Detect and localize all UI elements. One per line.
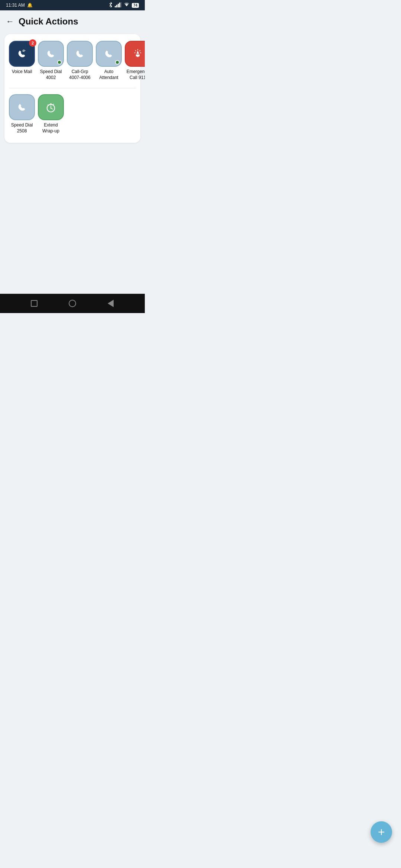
emergency-icon-wrapper: [125, 41, 145, 67]
speeddial-4002-icon-wrapper: [38, 41, 64, 67]
autoattendant-phone-icon: [102, 47, 115, 60]
autoattendant-icon-wrapper: [96, 41, 122, 67]
status-right: 74: [108, 2, 139, 9]
actions-card: 2 Voice Mail Speed Dial4002: [4, 34, 140, 143]
back-button[interactable]: ←: [6, 17, 14, 26]
voicemail-label: Voice Mail: [12, 69, 32, 75]
page-title: Quick Actions: [19, 16, 78, 27]
action-item-extendwrapup[interactable]: ExtendWrap-up: [38, 94, 64, 134]
alarm-icon: 🔔: [27, 3, 33, 8]
svg-rect-6: [137, 56, 138, 57]
voicemail-badge: 2: [29, 39, 36, 47]
nav-recent-icon: [31, 300, 38, 307]
row-divider: [9, 88, 136, 88]
action-item-speeddial-2508[interactable]: Speed Dial2508: [9, 94, 35, 134]
nav-recent-button[interactable]: [30, 299, 39, 308]
extendwrapup-icon-wrapper: [38, 94, 64, 120]
android-nav-bar: [0, 294, 145, 313]
action-item-autoattendant[interactable]: AutoAttendant: [96, 41, 122, 80]
content-area: 2 Voice Mail Speed Dial4002: [0, 31, 145, 294]
emergency-label: Emergency Call 911: [125, 69, 145, 80]
speeddial-2508-phone-icon: [16, 101, 28, 114]
signal-icon: [115, 2, 121, 9]
callgrp-phone-icon: [74, 47, 86, 60]
nav-home-icon: [69, 300, 76, 307]
speeddial-4002-online-dot: [57, 60, 62, 65]
voicemail-icon-wrapper: 2: [9, 41, 35, 67]
callgrp-icon-wrapper: [67, 41, 93, 67]
svg-rect-3: [119, 3, 120, 7]
time-label: 11:31 AM: [6, 3, 25, 8]
action-item-voicemail[interactable]: 2 Voice Mail: [9, 41, 35, 80]
autoattendant-label: AutoAttendant: [99, 69, 118, 80]
svg-point-14: [50, 108, 52, 109]
speeddial-4002-label: Speed Dial4002: [40, 69, 62, 80]
emergency-alarm-icon: [131, 47, 144, 60]
extendwrapup-stopwatch-icon: [45, 101, 57, 114]
speeddial-2508-label: Speed Dial2508: [11, 122, 33, 134]
speeddial-2508-icon-wrapper: [9, 94, 35, 120]
svg-rect-4: [121, 2, 121, 7]
action-item-emergency[interactable]: Emergency Call 911: [125, 41, 145, 80]
status-left: 11:31 AM 🔔: [6, 3, 33, 8]
speeddial-4002-phone-icon: [45, 47, 57, 60]
action-item-speeddial-4002[interactable]: Speed Dial4002: [38, 41, 64, 80]
voicemail-phone-icon: [16, 47, 28, 60]
nav-back-button[interactable]: [106, 299, 115, 308]
extendwrapup-label: ExtendWrap-up: [42, 122, 59, 134]
svg-rect-1: [116, 5, 117, 7]
battery-label: 74: [132, 3, 139, 8]
header: ← Quick Actions: [0, 10, 145, 31]
nav-home-button[interactable]: [68, 299, 77, 308]
svg-rect-0: [115, 6, 116, 7]
svg-rect-2: [118, 4, 119, 7]
action-item-callgrp[interactable]: Call-Grp4007-4006: [67, 41, 93, 80]
bluetooth-icon: [108, 2, 113, 9]
nav-back-icon: [108, 300, 114, 307]
wifi-icon: [123, 2, 130, 9]
autoattendant-online-dot: [115, 60, 120, 65]
action-row-2: Speed Dial2508: [9, 94, 136, 134]
status-bar: 11:31 AM 🔔 74: [0, 0, 145, 10]
action-row-1: 2 Voice Mail Speed Dial4002: [9, 41, 136, 80]
svg-rect-9: [50, 103, 51, 104]
callgrp-label: Call-Grp4007-4006: [69, 69, 90, 80]
